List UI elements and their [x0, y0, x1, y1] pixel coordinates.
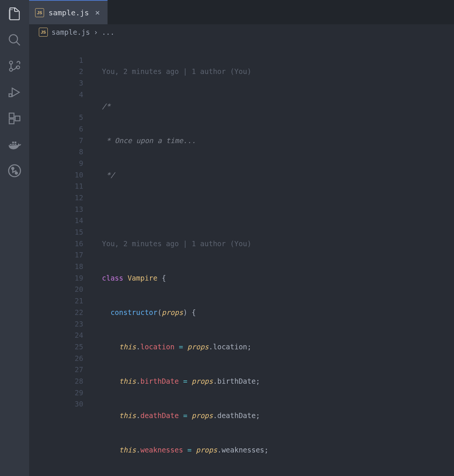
breadcrumb[interactable]: JS sample.js › ...: [29, 24, 454, 40]
js-file-icon: JS: [39, 28, 48, 37]
git-blame-annotation: You, 2 minutes ago | 1 author (You): [102, 66, 454, 77]
activity-bar: [0, 0, 29, 476]
svg-rect-8: [9, 119, 14, 124]
source-control-icon[interactable]: [7, 59, 22, 73]
code-content[interactable]: You, 2 minutes ago | 1 author (You) /* *…: [94, 40, 454, 476]
breadcrumb-separator: ›: [94, 28, 98, 36]
search-icon[interactable]: [7, 33, 22, 47]
git-branch-icon[interactable]: [7, 164, 22, 178]
svg-point-11: [12, 167, 14, 170]
svg-rect-9: [15, 116, 20, 121]
breadcrumb-file: sample.js: [52, 28, 90, 36]
close-icon[interactable]: ×: [93, 8, 101, 17]
breadcrumb-symbol: ...: [102, 28, 114, 36]
svg-point-3: [10, 68, 13, 71]
git-blame-annotation: You, 2 minutes ago | 1 author (You): [102, 238, 454, 250]
svg-point-0: [9, 35, 18, 43]
editor-main: JS sample.js × JS sample.js › ... 1 2 3 …: [29, 0, 454, 476]
svg-line-1: [16, 42, 20, 46]
svg-point-12: [15, 172, 18, 174]
editor[interactable]: 1 2 3 4 5 6 7 8 9 10 11 12 13 14 15 16 1…: [29, 40, 454, 476]
line-number-gutter: 1 2 3 4 5 6 7 8 9 10 11 12 13 14 15 16 1…: [29, 40, 94, 476]
explorer-icon[interactable]: [7, 7, 22, 21]
run-debug-icon[interactable]: [7, 85, 22, 99]
docker-icon[interactable]: [7, 137, 22, 152]
js-file-icon: JS: [35, 8, 44, 17]
tab-label: sample.js: [49, 8, 89, 17]
svg-point-6: [9, 94, 12, 97]
tab-bar: JS sample.js ×: [29, 0, 454, 24]
extensions-icon[interactable]: [7, 111, 22, 126]
svg-marker-5: [12, 88, 19, 96]
svg-rect-7: [9, 113, 14, 118]
svg-point-10: [9, 165, 21, 177]
svg-point-2: [10, 61, 13, 64]
tab-sample-js[interactable]: JS sample.js ×: [29, 0, 108, 24]
